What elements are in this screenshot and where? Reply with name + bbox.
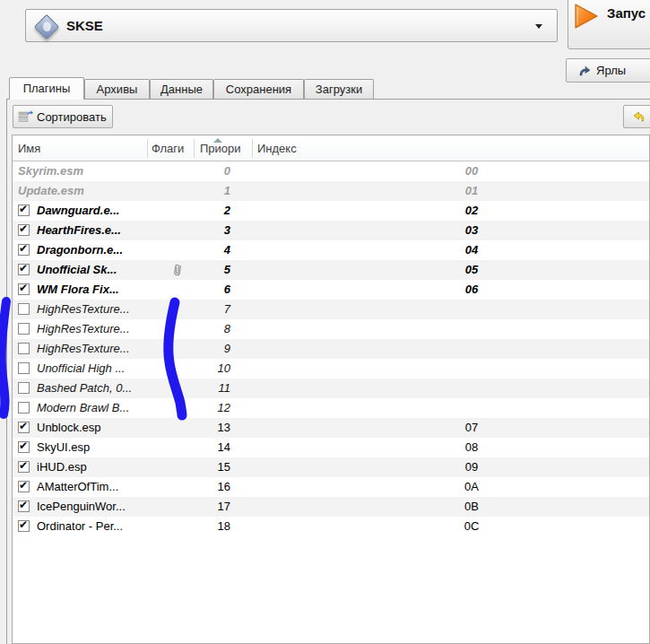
table-row[interactable]: Update.esm101 [13, 181, 649, 201]
plugin-checkbox-checked[interactable]: ✔ [18, 461, 30, 473]
plugin-index: 03 [436, 221, 507, 240]
tab-plugins[interactable]: Плагины [9, 77, 84, 100]
plugin-checkbox-checked[interactable]: ✔ [18, 283, 30, 295]
table-row[interactable]: ✔WM Flora Fix...606 [13, 280, 649, 300]
plugin-name: Skyrim.esm [18, 161, 83, 181]
plugin-checkbox-checked[interactable]: ✔ [18, 422, 30, 433]
plugin-checkbox-unchecked[interactable] [18, 323, 30, 335]
plugin-checkbox-unchecked[interactable] [18, 402, 30, 413]
plugin-priority: 0 [147, 161, 230, 181]
plugin-checkbox-unchecked[interactable] [18, 382, 30, 394]
plugin-name: IcePenguinWor... [37, 497, 126, 517]
plugin-priority: 18 [147, 517, 230, 536]
plugin-priority: 14 [147, 438, 230, 457]
plugin-checkbox-checked[interactable]: ✔ [18, 520, 30, 532]
plugin-index: 01 [436, 181, 507, 201]
plugin-priority: 17 [147, 497, 230, 517]
checkmark-icon: ✔ [19, 439, 28, 452]
plugin-name: iHUD.esp [37, 457, 87, 477]
plugin-name: AMatterOfTim... [37, 477, 118, 497]
plugin-checkbox-checked[interactable]: ✔ [18, 500, 30, 512]
column-header-flags[interactable]: Флаги [152, 135, 184, 161]
plugin-index: 08 [436, 438, 507, 457]
plugin-table: Имя Флаги Приори Индекс Skyrim.esm000Upd… [12, 135, 650, 644]
plugin-priority: 12 [147, 398, 230, 418]
table-header: Имя Флаги Приори Индекс [13, 135, 649, 161]
tab-downloads[interactable]: Загрузки [304, 79, 374, 99]
tab-archives[interactable]: Архивы [84, 79, 150, 99]
mod-organizer-window: { "profile_bar": { "selected_executable"… [0, 0, 650, 644]
plugin-checkbox-unchecked[interactable] [18, 343, 30, 354]
table-row[interactable]: Unofficial High ...10 [13, 359, 649, 379]
executable-select[interactable]: SKSE [25, 9, 558, 42]
plugin-name: Modern Brawl B... [37, 398, 129, 418]
plugin-checkbox-checked[interactable]: ✔ [18, 224, 30, 236]
table-row[interactable]: ✔IcePenguinWor...170B [13, 497, 649, 517]
play-arrow-icon [573, 4, 600, 29]
plugin-priority: 8 [147, 319, 230, 339]
table-row[interactable]: Bashed Patch, 0...11 [13, 379, 649, 398]
tab-data[interactable]: Данные [150, 79, 213, 99]
checkmark-icon: ✔ [19, 499, 28, 511]
table-row[interactable]: ✔Unofficial Sk...505 [13, 260, 649, 280]
plugin-name: HighResTexture... [37, 300, 130, 319]
table-row[interactable]: HighResTexture...9 [13, 339, 649, 359]
plugin-name: HighResTexture... [37, 339, 130, 359]
plugin-index: 00 [436, 161, 507, 181]
tab-saves[interactable]: Сохранения [213, 79, 304, 99]
table-row[interactable]: ✔SkyUI.esp1408 [13, 438, 649, 457]
table-row[interactable]: HighResTexture...7 [13, 300, 649, 319]
plugin-index: 0B [436, 497, 507, 517]
checkmark-icon: ✔ [19, 242, 28, 255]
plugin-index: 06 [436, 280, 507, 300]
plugin-checkbox-checked[interactable]: ✔ [18, 481, 30, 492]
sort-button[interactable]: Сортировать [13, 105, 113, 128]
plugin-priority: 7 [147, 300, 230, 319]
table-row[interactable]: Skyrim.esm000 [13, 161, 649, 181]
plugin-priority: 13 [147, 418, 230, 438]
column-header-index[interactable]: Индекс [257, 135, 297, 161]
checkmark-icon: ✔ [19, 222, 28, 235]
plugin-checkbox-checked[interactable]: ✔ [18, 264, 30, 275]
plugin-checkbox-checked[interactable]: ✔ [18, 244, 30, 256]
plugin-rows: Skyrim.esm000Update.esm101✔Dawnguard.e..… [13, 161, 649, 536]
plugin-name: WM Flora Fix... [37, 280, 119, 300]
table-row[interactable]: ✔Dawnguard.e...202 [13, 201, 649, 221]
table-row[interactable]: ✔AMatterOfTim...160A [13, 477, 649, 497]
plugin-checkbox-checked[interactable]: ✔ [18, 441, 30, 453]
table-row[interactable]: ✔Ordinator - Per...180C [13, 517, 649, 536]
shortcut-button[interactable]: Ярлы [566, 58, 650, 83]
checkmark-icon: ✔ [19, 479, 28, 492]
restore-backup-button[interactable] [623, 105, 650, 128]
plugin-name: SkyUI.esp [37, 438, 90, 457]
plugin-priority: 15 [147, 457, 230, 477]
plugin-name: Unofficial High ... [37, 359, 125, 379]
plugin-name: Dragonborn.e... [37, 240, 123, 260]
checkmark-icon: ✔ [19, 203, 28, 215]
plugin-priority: 5 [147, 260, 230, 280]
skse-diamond-icon [32, 13, 59, 39]
plugin-priority: 1 [147, 181, 230, 201]
table-row[interactable]: ✔iHUD.esp1509 [13, 457, 649, 477]
column-header-name[interactable]: Имя [18, 135, 40, 161]
checkmark-icon: ✔ [19, 420, 28, 432]
table-row[interactable]: ✔Unblock.esp1307 [13, 418, 649, 438]
plugin-priority: 4 [147, 240, 230, 260]
plugin-index: 05 [436, 260, 507, 280]
plugin-name: Update.esm [18, 181, 84, 201]
plugin-name: HearthFires.e... [37, 221, 121, 240]
plugin-index: 09 [436, 457, 507, 477]
yellow-undo-arrow-icon [631, 109, 646, 125]
table-row[interactable]: Modern Brawl B...12 [13, 398, 649, 418]
plugin-checkbox-unchecked[interactable] [18, 362, 30, 374]
table-row[interactable]: HighResTexture...8 [13, 319, 649, 339]
run-button[interactable]: Запус [568, 0, 650, 49]
plugin-index: 0C [436, 517, 507, 536]
plugin-priority: 16 [147, 477, 230, 497]
plugin-checkbox-checked[interactable]: ✔ [18, 205, 30, 216]
table-row[interactable]: ✔Dragonborn.e...404 [13, 240, 649, 260]
plugin-name: Ordinator - Per... [37, 517, 123, 536]
plugin-checkbox-unchecked[interactable] [18, 303, 30, 315]
table-row[interactable]: ✔HearthFires.e...303 [13, 221, 649, 240]
plugin-index: 02 [436, 201, 507, 221]
